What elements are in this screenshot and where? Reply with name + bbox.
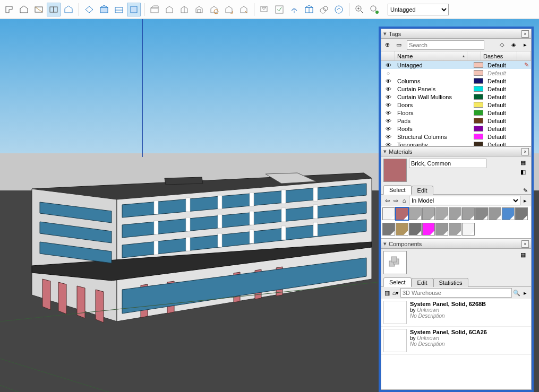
materials-panel-header[interactable]: ▾ Materials ×: [381, 147, 531, 156]
component-search-input[interactable]: [400, 288, 512, 298]
tag-row[interactable]: 👁PadsDefault: [381, 117, 531, 125]
col-name[interactable]: Name▴: [395, 51, 467, 60]
visibility-icon[interactable]: 👁: [386, 118, 391, 124]
material-swatch[interactable]: [396, 223, 408, 236]
tab-select[interactable]: Select: [383, 185, 412, 195]
nav-back-icon[interactable]: ⇦: [383, 197, 391, 204]
material-swatch[interactable]: [435, 207, 448, 220]
tag-row[interactable]: 👁Curtain PanelsDefault: [381, 85, 531, 93]
material-swatch[interactable]: [435, 223, 448, 236]
visibility-icon[interactable]: 👁: [386, 110, 391, 116]
tag-color-swatch[interactable]: [474, 94, 483, 100]
material-swatch[interactable]: [449, 207, 461, 220]
material-swatch[interactable]: [422, 207, 435, 220]
tag-dashes[interactable]: Default: [485, 70, 521, 76]
tags-list[interactable]: 👁UntaggedDefault✎○Default👁ColumnsDefault…: [381, 61, 531, 146]
component-item[interactable]: System Panel, Solid, 6268Bby UnknownNo D…: [381, 299, 531, 327]
tool-20[interactable]: [302, 3, 316, 16]
tag-color-swatch[interactable]: [474, 134, 483, 140]
tab-select[interactable]: Select: [383, 277, 412, 287]
material-swatch[interactable]: [382, 223, 395, 236]
tag-dashes[interactable]: Default: [485, 78, 521, 84]
tag-row[interactable]: 👁ColumnsDefault: [381, 77, 531, 85]
tab-edit[interactable]: Edit: [412, 186, 433, 195]
tag-dashes[interactable]: Default: [485, 134, 521, 140]
home-icon[interactable]: ⌂: [400, 197, 408, 204]
component-item[interactable]: System Panel, Solid, 6CA26by UnknownNo D…: [381, 327, 531, 355]
components-panel-header[interactable]: ▾ Components ×: [381, 239, 531, 249]
tag-row[interactable]: 👁RoofsDefault: [381, 125, 531, 133]
visibility-icon[interactable]: 👁: [386, 126, 391, 132]
visibility-icon[interactable]: 👁: [386, 78, 391, 84]
tool-13[interactable]: [192, 3, 206, 16]
tag-color-swatch[interactable]: [474, 86, 483, 92]
tag-dashes[interactable]: Default: [485, 62, 521, 68]
tag-dashes[interactable]: Default: [485, 142, 521, 146]
col-dashes[interactable]: Dashes: [481, 51, 517, 60]
tag-dashes[interactable]: Default: [485, 118, 521, 124]
tag-dashes[interactable]: Default: [485, 110, 521, 116]
details-icon[interactable]: ▸: [521, 289, 529, 297]
material-name-input[interactable]: [409, 159, 486, 168]
material-swatch[interactable]: [462, 207, 475, 220]
tool-zoom-ok[interactable]: [367, 3, 381, 16]
tag-select[interactable]: Untagged: [388, 4, 449, 15]
visibility-icon[interactable]: 👁: [386, 94, 391, 100]
tag-row[interactable]: 👁Curtain Wall MullionsDefault: [381, 93, 531, 101]
material-swatch[interactable]: [475, 207, 488, 220]
close-icon[interactable]: ×: [521, 240, 529, 248]
tool-zoom-in[interactable]: [353, 3, 366, 16]
details-icon[interactable]: ▸: [521, 41, 529, 49]
tags-panel-header[interactable]: ▾ Tags ×: [381, 29, 531, 39]
nav-fwd-icon[interactable]: ⇨: [392, 197, 399, 204]
visibility-icon[interactable]: ○: [387, 70, 390, 76]
close-icon[interactable]: ×: [521, 30, 529, 38]
material-swatch[interactable]: [462, 223, 475, 236]
tool-12[interactable]: [177, 3, 191, 16]
component-list[interactable]: System Panel, Solid, 6268Bby UnknownNo D…: [381, 299, 531, 389]
tool-22[interactable]: [332, 3, 346, 16]
visibility-icon[interactable]: 👁: [386, 102, 391, 108]
search-go-icon[interactable]: 🔍: [513, 289, 520, 297]
material-swatch[interactable]: [382, 207, 395, 220]
tag-row[interactable]: 👁DoorsDefault: [381, 101, 531, 109]
tag-color-swatch[interactable]: [474, 126, 483, 132]
visibility-icon[interactable]: 👁: [386, 86, 391, 92]
purge-icon[interactable]: ◇: [498, 41, 506, 49]
tags-search-input[interactable]: [407, 40, 484, 50]
tool-6[interactable]: [82, 3, 96, 16]
tag-dashes[interactable]: Default: [485, 126, 521, 132]
material-swatch[interactable]: [515, 207, 528, 220]
tool-18[interactable]: [272, 3, 286, 16]
tag-color-swatch[interactable]: [474, 110, 483, 116]
material-swatch[interactable]: [422, 223, 435, 236]
tag-color-swatch[interactable]: [474, 62, 483, 68]
tool-2[interactable]: [17, 3, 31, 16]
tool-19[interactable]: [287, 3, 301, 16]
tag-row[interactable]: 👁Structural ColumnsDefault: [381, 133, 531, 141]
visibility-icon[interactable]: 👁: [386, 134, 391, 140]
tool-8[interactable]: [112, 3, 126, 16]
tag-dashes[interactable]: Default: [485, 86, 521, 92]
view-mode-icon[interactable]: ▥: [383, 289, 391, 297]
default-material-icon[interactable]: ◧: [519, 168, 527, 176]
material-swatch[interactable]: [449, 223, 461, 236]
toggle-icon[interactable]: ◈: [510, 41, 517, 49]
tool-15[interactable]: [222, 3, 236, 16]
tab-edit[interactable]: Edit: [412, 278, 433, 287]
close-icon[interactable]: ×: [521, 148, 529, 155]
tool-21[interactable]: [317, 3, 331, 16]
tag-row[interactable]: ○Default: [381, 69, 531, 77]
tag-dashes[interactable]: Default: [485, 94, 521, 100]
tool-5[interactable]: [62, 3, 75, 16]
tool-1[interactable]: [2, 3, 16, 16]
tag-color-swatch[interactable]: [474, 118, 483, 124]
component-options-icon[interactable]: ▦: [519, 251, 527, 258]
tag-color-swatch[interactable]: [474, 70, 483, 76]
tag-dashes[interactable]: Default: [485, 102, 521, 108]
tool-14[interactable]: [207, 3, 221, 16]
tag-row[interactable]: 👁FloorsDefault: [381, 109, 531, 117]
home-icon[interactable]: ⌂▾: [392, 289, 399, 297]
tool-3[interactable]: [32, 3, 46, 16]
details-icon[interactable]: ▸: [521, 197, 529, 204]
